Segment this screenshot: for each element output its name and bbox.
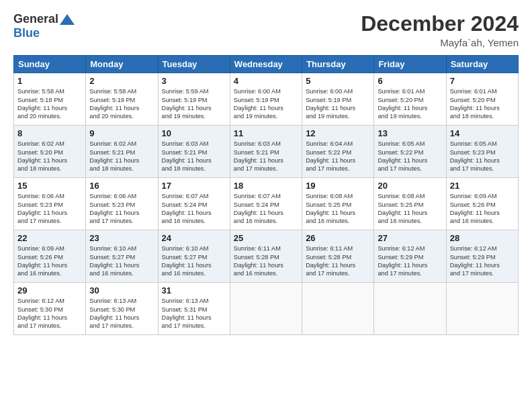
- cell-info: Sunrise: 5:58 AM Sunset: 5:19 PM Dayligh…: [89, 87, 154, 121]
- cell-info: Sunrise: 6:12 AM Sunset: 5:29 PM Dayligh…: [378, 244, 442, 278]
- calendar-cell: 24Sunrise: 6:10 AM Sunset: 5:27 PM Dayli…: [158, 230, 230, 283]
- page-header: General Blue December 2024 Mayfa`ah, Yem…: [13, 12, 519, 48]
- calendar-cell: 15Sunrise: 6:06 AM Sunset: 5:23 PM Dayli…: [14, 178, 86, 230]
- calendar-cell: 18Sunrise: 6:07 AM Sunset: 5:24 PM Dayli…: [230, 178, 302, 230]
- day-number: 6: [378, 76, 442, 86]
- day-number: 18: [234, 181, 298, 191]
- calendar-cell: 8Sunrise: 6:02 AM Sunset: 5:20 PM Daylig…: [14, 126, 86, 178]
- cell-info: Sunrise: 6:00 AM Sunset: 5:19 PM Dayligh…: [234, 87, 298, 121]
- cell-info: Sunrise: 6:11 AM Sunset: 5:28 PM Dayligh…: [306, 244, 370, 278]
- calendar-cell: 3Sunrise: 5:59 AM Sunset: 5:19 PM Daylig…: [158, 73, 230, 126]
- cell-info: Sunrise: 6:07 AM Sunset: 5:24 PM Dayligh…: [234, 192, 298, 226]
- day-number: 30: [89, 285, 154, 295]
- col-header-sunday: Sunday: [14, 56, 86, 73]
- calendar-week-4: 22Sunrise: 6:09 AM Sunset: 5:26 PM Dayli…: [14, 230, 519, 283]
- cell-info: Sunrise: 6:13 AM Sunset: 5:30 PM Dayligh…: [89, 297, 154, 330]
- cell-info: Sunrise: 5:58 AM Sunset: 5:18 PM Dayligh…: [17, 87, 82, 121]
- col-header-friday: Friday: [374, 56, 446, 73]
- calendar-cell: 31Sunrise: 6:13 AM Sunset: 5:31 PM Dayli…: [158, 283, 230, 335]
- calendar-week-5: 29Sunrise: 6:12 AM Sunset: 5:30 PM Dayli…: [14, 283, 519, 335]
- calendar-cell: 4Sunrise: 6:00 AM Sunset: 5:19 PM Daylig…: [230, 73, 302, 126]
- day-number: 12: [306, 128, 370, 138]
- calendar-week-1: 1Sunrise: 5:58 AM Sunset: 5:18 PM Daylig…: [14, 73, 519, 126]
- calendar-cell: 11Sunrise: 6:03 AM Sunset: 5:21 PM Dayli…: [230, 126, 302, 178]
- calendar-cell: 5Sunrise: 6:00 AM Sunset: 5:19 PM Daylig…: [302, 73, 374, 126]
- day-number: 21: [450, 181, 515, 191]
- calendar-cell: 28Sunrise: 6:12 AM Sunset: 5:29 PM Dayli…: [446, 230, 518, 283]
- svg-marker-0: [60, 14, 75, 25]
- cell-info: Sunrise: 6:05 AM Sunset: 5:22 PM Dayligh…: [378, 140, 442, 173]
- calendar-cell: 1Sunrise: 5:58 AM Sunset: 5:18 PM Daylig…: [14, 73, 86, 126]
- calendar-cell: [446, 283, 518, 335]
- cell-info: Sunrise: 6:06 AM Sunset: 5:23 PM Dayligh…: [17, 192, 82, 226]
- day-number: 25: [234, 233, 298, 243]
- cell-info: Sunrise: 6:02 AM Sunset: 5:21 PM Dayligh…: [89, 140, 154, 173]
- day-number: 7: [450, 76, 515, 86]
- calendar-cell: 29Sunrise: 6:12 AM Sunset: 5:30 PM Dayli…: [14, 283, 86, 335]
- logo-general: General: [13, 12, 58, 26]
- cell-info: Sunrise: 6:10 AM Sunset: 5:27 PM Dayligh…: [89, 244, 154, 278]
- cell-info: Sunrise: 6:10 AM Sunset: 5:27 PM Dayligh…: [162, 244, 226, 278]
- day-number: 20: [378, 181, 442, 191]
- cell-info: Sunrise: 6:06 AM Sunset: 5:23 PM Dayligh…: [89, 192, 154, 226]
- calendar-cell: 2Sunrise: 5:58 AM Sunset: 5:19 PM Daylig…: [86, 73, 158, 126]
- month-title: December 2024: [361, 12, 519, 36]
- day-number: 10: [162, 128, 226, 138]
- calendar-cell: [302, 283, 374, 335]
- cell-info: Sunrise: 6:08 AM Sunset: 5:25 PM Dayligh…: [306, 192, 370, 226]
- day-number: 8: [17, 128, 82, 138]
- cell-info: Sunrise: 6:05 AM Sunset: 5:23 PM Dayligh…: [450, 140, 515, 173]
- cell-info: Sunrise: 6:12 AM Sunset: 5:29 PM Dayligh…: [450, 244, 515, 278]
- title-block: December 2024 Mayfa`ah, Yemen: [361, 12, 519, 48]
- day-number: 9: [89, 128, 154, 138]
- day-number: 19: [306, 181, 370, 191]
- calendar-cell: 23Sunrise: 6:10 AM Sunset: 5:27 PM Dayli…: [86, 230, 158, 283]
- cell-info: Sunrise: 6:07 AM Sunset: 5:24 PM Dayligh…: [162, 192, 226, 226]
- day-number: 11: [234, 128, 298, 138]
- cell-info: Sunrise: 6:12 AM Sunset: 5:30 PM Dayligh…: [17, 297, 82, 330]
- logo-blue: Blue: [13, 26, 40, 40]
- calendar-cell: 9Sunrise: 6:02 AM Sunset: 5:21 PM Daylig…: [86, 126, 158, 178]
- cell-info: Sunrise: 6:09 AM Sunset: 5:26 PM Dayligh…: [17, 244, 82, 278]
- calendar-cell: 10Sunrise: 6:03 AM Sunset: 5:21 PM Dayli…: [158, 126, 230, 178]
- calendar-header-row: SundayMondayTuesdayWednesdayThursdayFrid…: [14, 56, 519, 73]
- calendar-table: SundayMondayTuesdayWednesdayThursdayFrid…: [13, 55, 519, 335]
- day-number: 27: [378, 233, 442, 243]
- calendar-cell: 20Sunrise: 6:08 AM Sunset: 5:25 PM Dayli…: [374, 178, 446, 230]
- calendar-cell: [230, 283, 302, 335]
- location: Mayfa`ah, Yemen: [361, 37, 519, 48]
- cell-info: Sunrise: 6:09 AM Sunset: 5:26 PM Dayligh…: [450, 192, 515, 226]
- day-number: 13: [378, 128, 442, 138]
- day-number: 5: [306, 76, 370, 86]
- cell-info: Sunrise: 6:01 AM Sunset: 5:20 PM Dayligh…: [378, 87, 442, 121]
- calendar-week-2: 8Sunrise: 6:02 AM Sunset: 5:20 PM Daylig…: [14, 126, 519, 178]
- calendar-cell: 14Sunrise: 6:05 AM Sunset: 5:23 PM Dayli…: [446, 126, 518, 178]
- cell-info: Sunrise: 6:01 AM Sunset: 5:20 PM Dayligh…: [450, 87, 515, 121]
- day-number: 28: [450, 233, 515, 243]
- day-number: 3: [162, 76, 226, 86]
- day-number: 23: [89, 233, 154, 243]
- day-number: 24: [162, 233, 226, 243]
- calendar-cell: 30Sunrise: 6:13 AM Sunset: 5:30 PM Dayli…: [86, 283, 158, 335]
- col-header-saturday: Saturday: [446, 56, 518, 73]
- cell-info: Sunrise: 6:11 AM Sunset: 5:28 PM Dayligh…: [234, 244, 298, 278]
- calendar-cell: [374, 283, 446, 335]
- cell-info: Sunrise: 5:59 AM Sunset: 5:19 PM Dayligh…: [162, 87, 226, 121]
- calendar-cell: 22Sunrise: 6:09 AM Sunset: 5:26 PM Dayli…: [14, 230, 86, 283]
- day-number: 1: [17, 76, 82, 86]
- col-header-thursday: Thursday: [302, 56, 374, 73]
- cell-info: Sunrise: 6:04 AM Sunset: 5:22 PM Dayligh…: [306, 140, 370, 173]
- day-number: 31: [162, 285, 226, 295]
- day-number: 16: [89, 181, 154, 191]
- calendar-cell: 19Sunrise: 6:08 AM Sunset: 5:25 PM Dayli…: [302, 178, 374, 230]
- calendar-cell: 21Sunrise: 6:09 AM Sunset: 5:26 PM Dayli…: [446, 178, 518, 230]
- calendar-page: General Blue December 2024 Mayfa`ah, Yem…: [0, 0, 532, 411]
- col-header-monday: Monday: [86, 56, 158, 73]
- day-number: 4: [234, 76, 298, 86]
- calendar-week-3: 15Sunrise: 6:06 AM Sunset: 5:23 PM Dayli…: [14, 178, 519, 230]
- day-number: 15: [17, 181, 82, 191]
- day-number: 17: [162, 181, 226, 191]
- day-number: 2: [89, 76, 154, 86]
- cell-info: Sunrise: 6:13 AM Sunset: 5:31 PM Dayligh…: [162, 297, 226, 330]
- calendar-cell: 17Sunrise: 6:07 AM Sunset: 5:24 PM Dayli…: [158, 178, 230, 230]
